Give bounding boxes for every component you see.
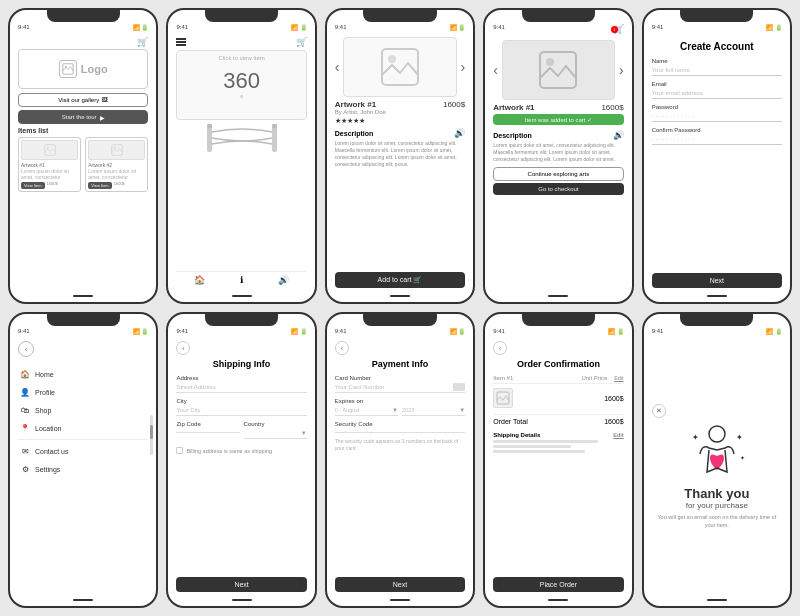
city-field[interactable]: Your City [176, 405, 306, 416]
month-dropdown-icon[interactable]: ▼ [392, 407, 398, 413]
items-list-label: Items list [18, 127, 148, 134]
bottom-bar [168, 292, 314, 302]
sidebar-item-home[interactable]: 🏠 Home [18, 365, 148, 383]
back-button[interactable]: ‹ [18, 341, 34, 357]
cart-artwork-title: Artwork #1 [493, 103, 534, 112]
shipping-details-section: Shipping Details Edit [493, 432, 623, 453]
item-view-btn-1[interactable]: View Item [21, 182, 45, 189]
bottom-bar [485, 292, 631, 302]
bottom-nav: 🏠 ℹ 🔊 [176, 271, 306, 288]
confirm-password-field-display: ············ [652, 134, 782, 145]
sound-icon-cart[interactable]: 🔊 [613, 130, 624, 140]
security-code-field[interactable] [335, 428, 465, 433]
prev-arrow[interactable]: ‹ [335, 59, 340, 75]
zip-field[interactable] [176, 428, 239, 433]
thank-you-illustration: ✦ ✦ ✦ [682, 422, 752, 482]
billing-checkbox[interactable] [176, 447, 183, 454]
bottom-bar [644, 596, 790, 606]
cart-icon[interactable]: 🛒 [137, 37, 148, 47]
place-order-btn[interactable]: Place Order [493, 577, 623, 592]
status-icons: 📶 🔋 [133, 328, 149, 335]
description-text: Lorem ipsum dolor sit amet, consectetur … [335, 140, 465, 168]
start-tour-btn[interactable]: Start the tour ▶ [18, 110, 148, 124]
continue-exploring-btn[interactable]: Continue exploring arts [493, 167, 623, 181]
status-bar: 9:41 🛒 1 [485, 22, 631, 36]
status-icons: 📶 🔋 [450, 24, 466, 31]
bottom-bar [327, 596, 473, 606]
thank-you-message: You will get an email soon on the delive… [652, 514, 782, 529]
prev-arrow-cart[interactable]: ‹ [493, 62, 498, 78]
artwork-title: Artwork #1 [335, 100, 376, 109]
home-nav-icon[interactable]: 🏠 [194, 275, 205, 285]
card-number-field[interactable]: Your Card Number [335, 382, 449, 392]
notch [205, 10, 278, 22]
thank-you-title: Thank you [684, 486, 749, 502]
year-dropdown-icon[interactable]: ▼ [459, 407, 465, 413]
bottom-bar [168, 596, 314, 606]
sound-icon[interactable]: 🔊 [454, 128, 465, 138]
country-dropdown-icon[interactable]: ▼ [301, 430, 307, 436]
notch [522, 314, 595, 326]
payment-back-btn[interactable]: ‹ [335, 341, 349, 355]
sound-nav-icon[interactable]: 🔊 [278, 275, 289, 285]
status-bar: 9:41 📶 🔋 [644, 22, 790, 33]
visit-gallery-btn[interactable]: Visit our gallery 🖼 [18, 93, 148, 107]
sidebar-item-contact[interactable]: ✉ Contact us [18, 442, 148, 460]
item-view-btn-2[interactable]: View Item [88, 182, 112, 189]
shipping-back-btn[interactable]: ‹ [176, 341, 190, 355]
month-field[interactable]: 0 - August [335, 407, 360, 413]
status-bar: 9:41 📶 🔋 [168, 22, 314, 33]
next-arrow-cart[interactable]: › [619, 62, 624, 78]
order-total-price: 1600$ [604, 418, 623, 425]
shipping-next-btn[interactable]: Next [176, 577, 306, 592]
artwork-image [343, 37, 456, 97]
home-indicator [548, 599, 568, 601]
sidebar-item-location[interactable]: 📍 Location [18, 419, 148, 437]
status-bar: 9:41 📶 🔋 [10, 22, 156, 33]
shipping-details-label: Shipping Details [493, 432, 540, 438]
status-time: 9:41 [176, 328, 188, 335]
address-field[interactable]: Street Address [176, 382, 306, 393]
360-image-area[interactable]: Click to view item 360 ° [176, 50, 306, 120]
payment-next-btn[interactable]: Next [335, 577, 465, 592]
notch [680, 314, 753, 326]
add-to-cart-button[interactable]: Add to cart 🛒 [335, 272, 465, 288]
hamburger-icon[interactable] [176, 38, 186, 46]
sidebar-item-shop[interactable]: 🛍 Shop [18, 401, 148, 419]
unit-price-label: Unit Price [581, 375, 607, 381]
info-nav-icon[interactable]: ℹ [240, 275, 243, 285]
billing-checkbox-label: Billing address is same as shipping [186, 448, 272, 454]
logo-area: Logo [18, 49, 148, 89]
contact-nav-label: Contact us [35, 448, 68, 455]
card-type-icon [453, 383, 465, 391]
item-image-1 [21, 140, 78, 160]
order-item-row: 1600$ [493, 388, 623, 408]
status-time: 9:41 [652, 328, 664, 335]
create-account-next-btn[interactable]: Next [652, 273, 782, 288]
security-code-label: Security Code [335, 421, 465, 427]
status-icons: 📶 🔋 [766, 328, 782, 335]
scrollbar [150, 415, 153, 455]
description-header: Description 🔊 [335, 128, 465, 138]
added-to-cart-badge: Item was added to cart ✓ [493, 114, 623, 125]
cart-icon-360[interactable]: 🛒 [296, 37, 307, 47]
sidebar-item-profile[interactable]: 👤 Profile [18, 383, 148, 401]
next-arrow[interactable]: › [461, 59, 466, 75]
zip-country-row: Zip Code Country ▼ [176, 421, 306, 444]
settings-nav-label: Settings [35, 466, 60, 473]
phone-360: 9:41 📶 🔋 🛒 Click to view item 360 ° [166, 8, 316, 304]
360-content: 🛒 Click to view item 360 ° [168, 33, 314, 292]
home-nav-label: Home [35, 371, 54, 378]
password-label: Password [652, 104, 782, 110]
shipping-edit-link[interactable]: Edit [613, 432, 623, 438]
phone-create-account: 9:41 📶 🔋 Create Account Name Your full n… [642, 8, 792, 304]
year-field[interactable]: 2023 [402, 407, 414, 413]
go-to-checkout-btn[interactable]: Go to checkout [493, 183, 623, 195]
order-back-btn[interactable]: ‹ [493, 341, 507, 355]
sidebar-item-settings[interactable]: ⚙ Settings [18, 460, 148, 478]
edit-link[interactable]: Edit [614, 375, 623, 381]
nav-divider [18, 439, 148, 440]
close-button[interactable]: ✕ [652, 404, 666, 418]
status-time: 9:41 [335, 24, 347, 31]
shop-icon: 🛍 [20, 405, 30, 415]
